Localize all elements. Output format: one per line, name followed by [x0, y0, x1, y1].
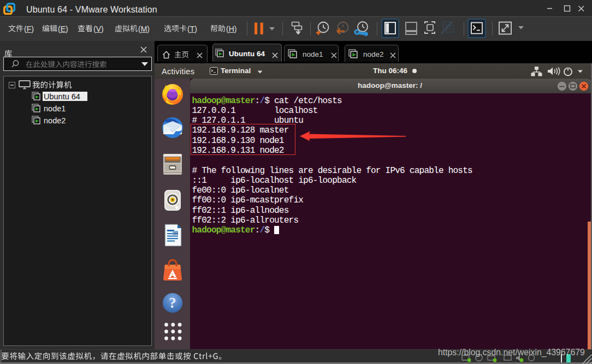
svg-text:?: ? — [169, 295, 176, 311]
